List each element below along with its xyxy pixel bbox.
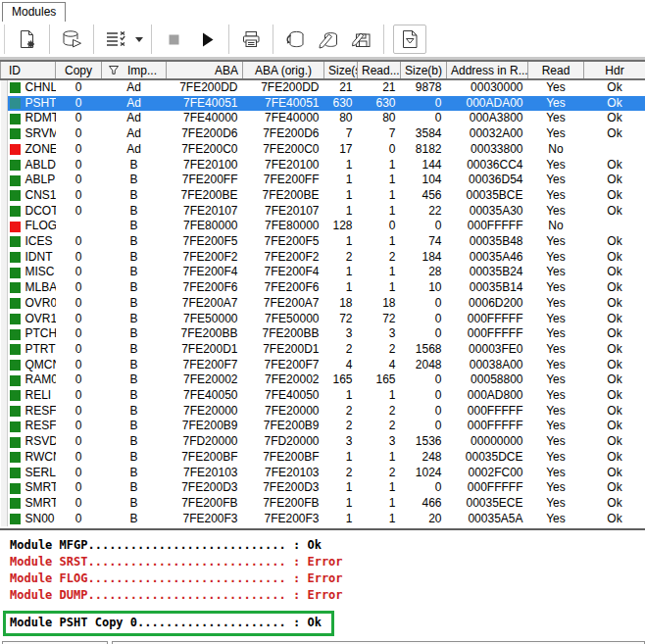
cell-copy[interactable]: 0 — [56, 280, 102, 296]
cell-hdr[interactable]: Ok — [584, 326, 645, 342]
cell-hdr[interactable]: Ok — [584, 404, 645, 420]
cell-hdr[interactable]: Ok — [584, 342, 645, 358]
cell-aba_orig[interactable]: 7FE200BF — [243, 450, 324, 466]
cell-aba_orig[interactable]: 7FE200F2 — [243, 250, 324, 266]
cell-size_s[interactable]: 1 — [324, 480, 358, 496]
cell-copy[interactable]: 0 — [56, 312, 102, 327]
cell-address[interactable]: 00035DCE — [447, 450, 528, 466]
cell-copy[interactable]: 0 — [56, 158, 102, 173]
cell-imp[interactable]: B — [102, 280, 167, 296]
cell-address[interactable]: 00003FE0 — [447, 342, 528, 358]
cell-size_s[interactable]: 2 — [324, 250, 358, 266]
cell-aba_orig[interactable]: 7FE200C0 — [243, 142, 324, 158]
cell-aba_orig[interactable]: 7FE80000 — [243, 219, 324, 234]
table-row[interactable]: RESF0B7FE200007FE20000220000FFFFFYesOk — [1, 404, 645, 420]
cell-read_s[interactable]: 80 — [358, 111, 401, 126]
cell-hdr[interactable]: Ok — [584, 358, 645, 373]
cell-read_s[interactable]: 1 — [358, 204, 401, 220]
cell-imp[interactable]: B — [102, 219, 167, 234]
cell-imp[interactable]: Ad — [102, 96, 167, 112]
cell-address[interactable]: 00036D54 — [447, 173, 528, 188]
cell-address[interactable]: 00038A00 — [447, 358, 528, 373]
cell-read_s[interactable]: 1 — [358, 512, 401, 527]
cell-address[interactable]: 000A3800 — [447, 111, 528, 126]
cell-size_b[interactable]: 3584 — [401, 126, 447, 142]
cell-hdr[interactable]: Ok — [584, 234, 645, 250]
cell-address[interactable]: 00035B14 — [447, 280, 528, 296]
cell-size_s[interactable]: 1 — [324, 158, 358, 173]
cell-imp[interactable]: Ad — [102, 111, 167, 126]
cell-imp[interactable]: B — [102, 265, 167, 280]
cell-size_b[interactable]: 0 — [401, 219, 447, 234]
cell-hdr[interactable]: Ok — [584, 96, 645, 112]
cell-aba[interactable]: 7FE200F6 — [167, 280, 243, 296]
cell-imp[interactable]: B — [102, 204, 167, 220]
column-header-aba_orig[interactable]: ABA (orig.) — [243, 61, 324, 79]
cell-hdr[interactable]: Ok — [584, 265, 645, 280]
cell-aba[interactable]: 7FE40000 — [167, 111, 243, 126]
module-id-cell[interactable]: ZONE — [1, 142, 56, 158]
cell-size_s[interactable]: 2 — [324, 342, 358, 358]
cell-aba[interactable]: 7FE200F3 — [167, 512, 243, 527]
cell-imp[interactable]: B — [102, 450, 167, 466]
cell-size_s[interactable]: 1 — [324, 280, 358, 296]
table-row[interactable]: RWCN0B7FE200BF7FE200BF1124800035DCEYesOk — [1, 450, 645, 466]
table-row[interactable]: QMCN0B7FE200F77FE200F744204800038A00YesO… — [1, 358, 645, 373]
table-row[interactable]: SN000B7FE200F37FE200F3112000035A5AYesOk — [1, 512, 645, 527]
cell-aba_orig[interactable]: 7FE20000 — [243, 404, 324, 420]
table-row[interactable]: SRVM0Ad7FE200D67FE200D677358400032A00Yes… — [1, 126, 645, 142]
table-row[interactable]: OVR00B7FE200A77FE200A7181800006D200YesOk — [1, 296, 645, 312]
cell-read[interactable]: Yes — [528, 173, 584, 188]
cell-size_s[interactable]: 1 — [324, 234, 358, 250]
export-button[interactable] — [393, 25, 426, 54]
cell-aba_orig[interactable]: 7FE40000 — [243, 111, 324, 126]
cell-aba_orig[interactable]: 7FE20100 — [243, 158, 324, 173]
cell-aba_orig[interactable]: 7FE200F5 — [243, 234, 324, 250]
cell-read_s[interactable]: 1 — [358, 280, 401, 296]
cell-size_b[interactable]: 10 — [401, 280, 447, 296]
cell-imp[interactable]: B — [102, 342, 167, 358]
cell-aba_orig[interactable]: 7FE200B9 — [243, 419, 324, 434]
view-options-button[interactable] — [99, 25, 132, 54]
cell-address[interactable]: 00033800 — [447, 142, 528, 158]
cell-read_s[interactable]: 2 — [358, 250, 401, 266]
cell-address[interactable]: 00035ECE — [447, 496, 528, 512]
cell-aba_orig[interactable]: 7FE200FB — [243, 496, 324, 512]
cell-copy[interactable]: 0 — [56, 434, 102, 450]
cell-size_b[interactable]: 0 — [401, 326, 447, 342]
cell-address[interactable]: 00030000 — [447, 79, 528, 96]
cell-imp[interactable]: B — [102, 173, 167, 188]
cell-aba[interactable]: 7FE200D6 — [167, 126, 243, 142]
print-button[interactable] — [234, 25, 268, 54]
cell-size_b[interactable]: 456 — [401, 188, 447, 204]
cell-imp[interactable]: B — [102, 158, 167, 173]
cell-imp[interactable]: B — [102, 466, 167, 481]
cell-read_s[interactable]: 7 — [358, 126, 401, 142]
cell-read[interactable]: Yes — [528, 280, 584, 296]
run-button[interactable] — [190, 25, 223, 54]
cell-read_s[interactable]: 4 — [358, 358, 401, 373]
cell-address[interactable]: 000FFFFF — [447, 480, 528, 496]
cell-imp[interactable]: B — [102, 434, 167, 450]
filter-icon[interactable] — [108, 65, 120, 75]
cell-size_b[interactable]: 0 — [401, 312, 447, 327]
column-header-hdr[interactable]: Hdr — [584, 61, 645, 79]
cell-read_s[interactable]: 2 — [358, 419, 401, 434]
cell-read_s[interactable]: 3 — [358, 434, 401, 450]
cell-hdr[interactable]: Ok — [584, 111, 645, 126]
table-row[interactable]: RDMT0Ad7FE400007FE4000080800000A3800YesO… — [1, 111, 645, 126]
cell-size_s[interactable]: 72 — [324, 312, 358, 327]
cell-imp[interactable]: Ad — [102, 79, 167, 96]
cell-hdr[interactable]: Ok — [584, 496, 645, 512]
cell-size_s[interactable]: 2 — [324, 419, 358, 434]
cell-read[interactable]: Yes — [528, 326, 584, 342]
cell-read[interactable]: Yes — [528, 496, 584, 512]
module-id-cell[interactable]: SMRT — [1, 496, 56, 512]
cell-address[interactable]: 00035BCE — [447, 188, 528, 204]
column-header-copy[interactable]: Copy — [56, 61, 102, 79]
cell-read[interactable]: Yes — [528, 265, 584, 280]
cell-copy[interactable]: 0 — [56, 466, 102, 481]
cell-read_s[interactable]: 1 — [358, 173, 401, 188]
cell-aba[interactable]: 7FE200DD — [167, 79, 243, 96]
cell-address[interactable]: 000FFFFF — [447, 404, 528, 420]
